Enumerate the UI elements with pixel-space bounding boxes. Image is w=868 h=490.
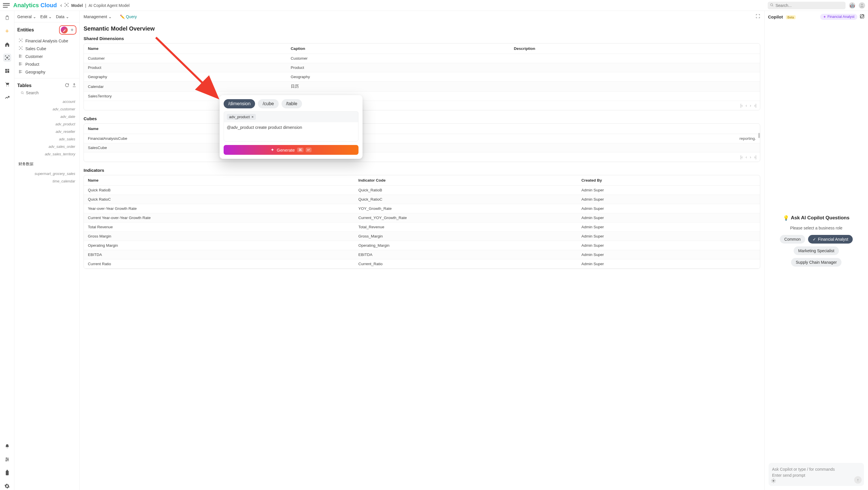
magic-generate-button[interactable] — [61, 27, 68, 33]
rail-model-icon[interactable] — [3, 54, 11, 62]
table-item[interactable]: adv_reseller — [19, 128, 75, 135]
table-item[interactable]: adv_product — [19, 121, 75, 128]
rail-battery-icon[interactable] — [3, 469, 11, 477]
current-role-chip[interactable]: ✦ Financial Analyst — [820, 14, 857, 20]
table-row[interactable]: Quick RatioBQuick_RatioBAdmin Super — [84, 186, 760, 195]
table-row[interactable]: Gross MarginGross_MarginAdmin Super — [84, 232, 760, 241]
table-item[interactable]: account — [19, 98, 75, 105]
entity-icon — [19, 62, 23, 67]
table-item[interactable]: adv_sales_order — [19, 143, 75, 150]
svg-rect-9 — [7, 71, 9, 73]
col-code: Indicator Code — [354, 175, 577, 186]
svg-rect-7 — [5, 69, 7, 71]
entity-item[interactable]: Geography — [14, 68, 79, 76]
global-search-input[interactable] — [775, 3, 843, 8]
content-head: Management ⌄ ✏️Query — [84, 11, 760, 23]
menu-management[interactable]: Management ⌄ — [84, 14, 112, 19]
table-row[interactable]: ProductProduct — [84, 63, 760, 72]
pager-next-icon[interactable]: › — [750, 103, 751, 108]
rail-settings-icon[interactable] — [3, 482, 11, 490]
rail-bell-icon[interactable] — [3, 442, 11, 450]
pager-first-icon[interactable]: |‹ — [740, 155, 743, 159]
svg-rect-10 — [5, 71, 7, 73]
rail-tune-icon[interactable] — [3, 455, 11, 463]
svg-point-17 — [7, 459, 8, 460]
entity-item[interactable]: Product — [14, 60, 79, 68]
copilot-head: Copilot Beta ✦ Financial Analyst — [765, 11, 868, 23]
table-row[interactable]: Total RevenueTotal_RevenueAdmin Super — [84, 222, 760, 232]
generate-button[interactable]: ✦ Generate ⌘ ↵ — [224, 145, 359, 155]
global-search[interactable] — [768, 2, 845, 9]
copilot-prompt-input[interactable]: Ask Copilot or type / for commands Enter… — [769, 463, 864, 486]
pager-prev-icon[interactable]: ‹ — [746, 103, 747, 108]
table-row[interactable]: Current RatioCurrent_RatioAdmin Super — [84, 259, 760, 269]
rail-clipboard-icon[interactable] — [3, 14, 11, 22]
pager-prev-icon[interactable]: ‹ — [746, 155, 747, 159]
scroll-handle[interactable] — [758, 133, 760, 138]
refresh-icon[interactable] — [65, 83, 69, 88]
bot-icon[interactable]: 🤖 — [849, 2, 855, 9]
table-row[interactable]: GeographyGeography — [84, 72, 760, 82]
context-token[interactable]: adv_product × — [227, 114, 256, 120]
edit-icon[interactable] — [860, 14, 865, 20]
role-common[interactable]: Common — [780, 235, 805, 244]
copilot-settings-icon[interactable] — [771, 478, 776, 485]
sparkle-icon: ✦ — [271, 147, 274, 152]
brand-logo[interactable]: Analytics Cloud — [13, 2, 57, 9]
entity-item[interactable]: Sales Cube — [14, 45, 79, 53]
content-area: Management ⌄ ✏️Query Semantic Model Over… — [80, 11, 764, 490]
table-row[interactable]: CustomerCustomer — [84, 54, 760, 63]
pager-first-icon[interactable]: |‹ — [740, 103, 743, 108]
rail-home-icon[interactable] — [3, 40, 11, 49]
table-search[interactable] — [14, 89, 79, 96]
rail-trend-icon[interactable] — [3, 93, 11, 101]
role-financial-analyst[interactable]: ✓ Financial Analyst — [808, 235, 853, 244]
tab-table[interactable]: /table — [282, 99, 302, 109]
rail-dashboard-icon[interactable] — [3, 67, 11, 75]
entity-item[interactable]: Customer — [14, 53, 79, 60]
table-row[interactable]: Current Year-over-Year Growth RateCurren… — [84, 213, 760, 222]
folder-item[interactable]: 财务数据 — [14, 160, 79, 168]
pager-last-icon[interactable]: ›| — [754, 103, 756, 108]
menu-general[interactable]: General ⌄ — [17, 14, 36, 19]
tab-dimension[interactable]: /dimension — [224, 99, 255, 109]
role-supply-chain-manager[interactable]: Supply Chain Manager — [791, 258, 841, 267]
prompt-input[interactable]: @adv_product create product dimension — [224, 122, 359, 142]
back-icon[interactable]: ‹ — [60, 2, 62, 8]
tab-cube[interactable]: /cube — [258, 99, 278, 109]
pager-last-icon[interactable]: ›| — [754, 155, 756, 159]
table-row[interactable]: SalesTerritory — [84, 92, 760, 101]
table-item[interactable]: adv_customer — [19, 105, 75, 113]
fullscreen-icon[interactable] — [755, 14, 760, 20]
table-item[interactable]: time_calendar — [19, 178, 75, 185]
table-row[interactable]: Quick RatioCQuick_RatioCAdmin Super — [84, 195, 760, 204]
table-item[interactable]: adv_date — [19, 113, 75, 121]
table-item[interactable]: supermart_grocery_sales — [19, 170, 75, 178]
user-avatar[interactable] — [859, 2, 865, 9]
table-row[interactable]: EBITDAEBITDAAdmin Super — [84, 250, 760, 259]
remove-token-icon[interactable]: × — [252, 115, 254, 119]
model-icon — [64, 3, 69, 8]
menu-data[interactable]: Data ⌄ — [56, 14, 69, 19]
col-by: Created By — [578, 175, 760, 186]
rail-cart-icon[interactable] — [3, 80, 11, 88]
rail-add-icon[interactable]: + — [3, 27, 11, 35]
table-row[interactable]: Calendar日历 — [84, 82, 760, 92]
svg-line-2 — [772, 5, 773, 6]
table-item[interactable]: adv_sales — [19, 135, 75, 143]
role-marketing-specialist[interactable]: Marketing Specialist — [794, 246, 839, 255]
table-row[interactable]: Operating MarginOperating_MarginAdmin Su… — [84, 241, 760, 250]
table-row[interactable]: FinancialAnalysisCubeFinareporting. — [84, 134, 760, 143]
entity-item[interactable]: Financial Analysis Cube — [14, 37, 79, 45]
upload-icon[interactable] — [72, 83, 76, 88]
menu-toggle-icon[interactable] — [3, 3, 10, 8]
pager-next-icon[interactable]: › — [750, 155, 751, 159]
table-search-input[interactable] — [26, 91, 76, 95]
table-item[interactable]: adv_sales_territory — [19, 150, 75, 158]
table-row[interactable]: SalesCubeSale — [84, 143, 760, 152]
menu-edit[interactable]: Edit ⌄ — [40, 14, 52, 19]
table-row[interactable]: Year-over-Year Growth RateYOY_Growth_Rat… — [84, 204, 760, 213]
menu-query[interactable]: ✏️Query — [120, 14, 137, 19]
add-entity-button[interactable]: + — [69, 27, 75, 33]
copilot-send-button[interactable]: ↑ — [854, 476, 862, 484]
